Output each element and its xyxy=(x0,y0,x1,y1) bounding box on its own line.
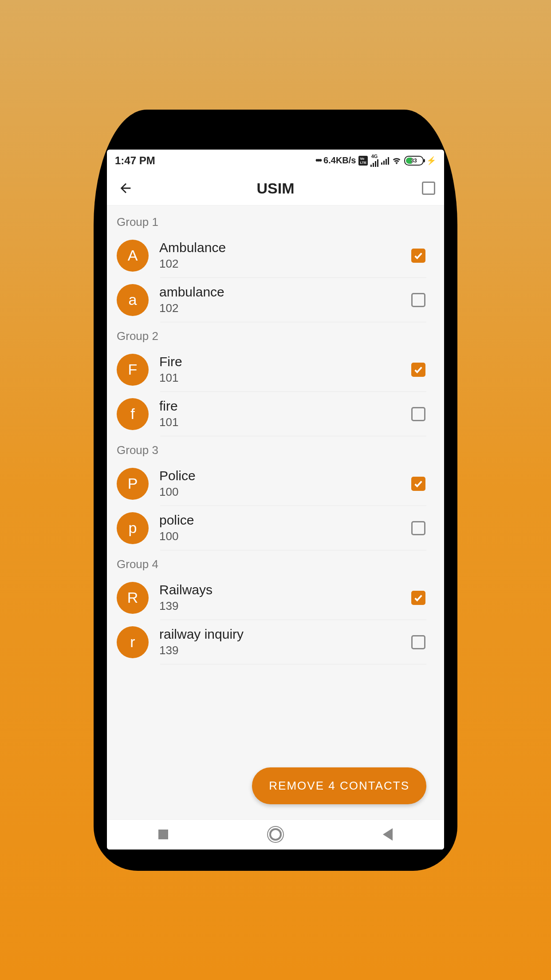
circle-icon xyxy=(269,828,282,841)
contact-checkbox[interactable] xyxy=(411,477,425,491)
contact-name: railway inquiry xyxy=(159,627,401,642)
wifi-icon xyxy=(392,156,401,166)
contact-text: Police100 xyxy=(159,468,401,499)
contact-text: Fire101 xyxy=(159,354,401,385)
contact-text: ambulance102 xyxy=(159,285,401,315)
remove-contacts-button[interactable]: REMOVE 4 CONTACTS xyxy=(252,767,426,804)
battery-icon: 33 xyxy=(404,156,424,166)
contact-row[interactable]: ffire101 xyxy=(107,392,444,436)
nav-home-button[interactable] xyxy=(267,826,284,843)
contact-row[interactable]: rrailway inquiry139 xyxy=(107,620,444,664)
contact-checkbox[interactable] xyxy=(411,407,425,421)
contact-row[interactable]: ppolice100 xyxy=(107,506,444,550)
contact-checkbox[interactable] xyxy=(411,591,425,605)
status-bar: 1:47 PM ••• 6.4KB/s Vo LTE 4G 33 ⚡ xyxy=(107,150,444,172)
contact-number: 102 xyxy=(159,257,401,271)
back-button[interactable] xyxy=(116,178,135,198)
avatar: R xyxy=(117,582,149,614)
check-icon xyxy=(413,365,423,375)
group-header: Group 1 xyxy=(107,208,444,233)
check-icon xyxy=(413,479,423,489)
status-right: ••• 6.4KB/s Vo LTE 4G 33 ⚡ xyxy=(315,154,436,167)
contact-name: Railways xyxy=(159,582,401,597)
contact-checkbox[interactable] xyxy=(411,363,425,377)
screen: 1:47 PM ••• 6.4KB/s Vo LTE 4G 33 ⚡ xyxy=(107,150,444,850)
contact-name: Fire xyxy=(159,354,401,369)
avatar: p xyxy=(117,512,149,544)
nav-recents-button[interactable] xyxy=(154,826,172,843)
contact-text: Ambulance102 xyxy=(159,240,401,271)
avatar: r xyxy=(117,626,149,658)
contact-name: Ambulance xyxy=(159,240,401,255)
group-header: Group 4 xyxy=(107,550,444,576)
avatar: F xyxy=(117,354,149,386)
contact-checkbox[interactable] xyxy=(411,293,425,307)
avatar: P xyxy=(117,468,149,500)
page-title: USIM xyxy=(107,180,444,197)
select-all-checkbox[interactable] xyxy=(422,182,435,195)
group-header: Group 2 xyxy=(107,322,444,348)
contact-row[interactable]: aambulance102 xyxy=(107,278,444,322)
contact-row[interactable]: AAmbulance102 xyxy=(107,233,444,278)
contact-name: ambulance xyxy=(159,285,401,300)
contact-number: 102 xyxy=(159,301,401,315)
contact-checkbox[interactable] xyxy=(411,521,425,535)
contact-text: Railways139 xyxy=(159,582,401,613)
square-icon xyxy=(158,830,168,839)
contact-number: 139 xyxy=(159,599,401,613)
contact-name: police xyxy=(159,513,401,528)
contact-name: Police xyxy=(159,468,401,483)
charging-icon: ⚡ xyxy=(426,156,436,166)
check-icon xyxy=(413,251,423,261)
check-icon xyxy=(413,593,423,603)
more-icon: ••• xyxy=(315,155,321,166)
contact-name: fire xyxy=(159,399,401,414)
avatar: f xyxy=(117,398,149,430)
contact-number: 139 xyxy=(159,644,401,657)
group-header: Group 3 xyxy=(107,436,444,462)
signal-icon-1 xyxy=(370,159,378,167)
contact-number: 100 xyxy=(159,485,401,499)
system-nav-bar xyxy=(107,819,444,850)
phone-frame: 1:47 PM ••• 6.4KB/s Vo LTE 4G 33 ⚡ xyxy=(94,110,457,871)
contact-text: railway inquiry139 xyxy=(159,627,401,657)
triangle-icon xyxy=(383,828,393,841)
contact-checkbox[interactable] xyxy=(411,249,425,263)
back-arrow-icon xyxy=(118,181,133,196)
contact-checkbox[interactable] xyxy=(411,635,425,649)
app-bar: USIM xyxy=(107,172,444,205)
contact-list[interactable]: Group 1AAmbulance102aambulance102Group 2… xyxy=(107,205,444,819)
data-speed: 6.4KB/s xyxy=(323,155,356,166)
avatar: A xyxy=(117,240,149,272)
contact-number: 101 xyxy=(159,415,401,429)
contact-row[interactable]: PPolice100 xyxy=(107,462,444,506)
volte-icon: Vo LTE xyxy=(358,156,368,166)
status-time: 1:47 PM xyxy=(115,154,155,167)
signal-icon-2 xyxy=(381,157,389,165)
network-type: 4G xyxy=(371,154,378,159)
contact-number: 100 xyxy=(159,530,401,543)
contact-row[interactable]: FFire101 xyxy=(107,348,444,392)
contact-number: 101 xyxy=(159,371,401,385)
avatar: a xyxy=(117,284,149,316)
contact-row[interactable]: RRailways139 xyxy=(107,576,444,620)
nav-back-button[interactable] xyxy=(379,826,397,843)
contact-text: police100 xyxy=(159,513,401,543)
contact-text: fire101 xyxy=(159,399,401,429)
